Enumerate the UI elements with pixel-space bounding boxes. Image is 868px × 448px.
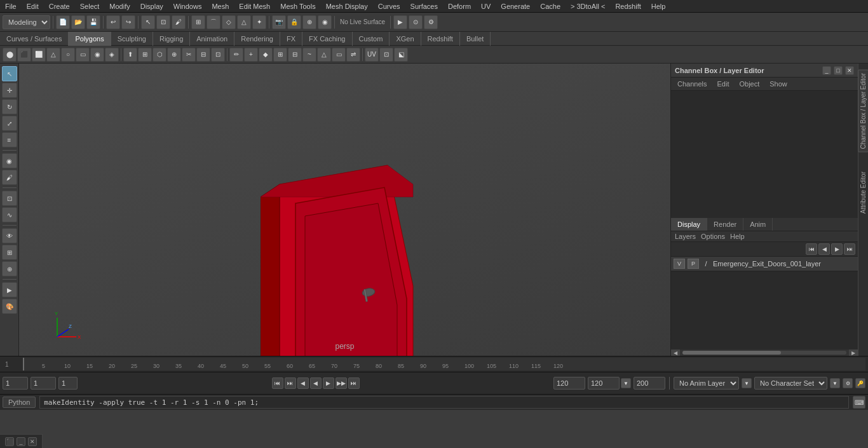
frame-display-field[interactable] xyxy=(58,377,78,390)
insert-edge-button[interactable]: ⊟ xyxy=(196,48,210,62)
combine-button[interactable]: ⊞ xyxy=(273,48,287,62)
scale-tool[interactable]: ⤢ xyxy=(2,116,17,131)
menu-uv[interactable]: UV xyxy=(476,1,496,11)
dt-tab-display[interactable]: Display xyxy=(671,218,707,231)
marquee-select-tool[interactable]: ⊡ xyxy=(2,191,17,206)
play-back-button[interactable]: ◀ xyxy=(297,377,309,389)
scroll-right-button[interactable]: ▶ xyxy=(849,350,858,356)
torus-button[interactable]: ○ xyxy=(61,48,75,62)
triangulate-button[interactable]: △ xyxy=(317,48,331,62)
cb-tab-object[interactable]: Object xyxy=(735,79,763,89)
tab-redshift[interactable]: Redshift xyxy=(421,32,460,46)
command-line[interactable]: makeIdentity -apply true -t 1 -r 1 -s 1 … xyxy=(39,396,849,409)
layer-color-swatch[interactable]: / xyxy=(702,259,710,268)
bevel-button[interactable]: ⬡ xyxy=(153,48,166,62)
lasso-tool[interactable]: ∿ xyxy=(2,207,17,222)
merge-button[interactable]: ⊕ xyxy=(167,48,181,62)
sphere-button[interactable]: ⬤ xyxy=(3,48,17,62)
select-tool[interactable]: ↖ xyxy=(2,66,17,81)
render-button[interactable]: ▶ xyxy=(393,15,407,29)
step-back-button[interactable]: ⏭ xyxy=(285,377,296,389)
playback-speed-field[interactable] xyxy=(634,377,665,390)
render-preview-tool[interactable]: ▶ xyxy=(2,282,17,297)
range-expand-button[interactable]: ▼ xyxy=(621,378,631,388)
lock-button[interactable]: 🔒 xyxy=(287,15,301,29)
python-mode-button[interactable]: Python xyxy=(3,397,36,408)
scroll-left-button[interactable]: ◀ xyxy=(671,350,680,356)
play-forward-button[interactable]: ▶▶ xyxy=(336,377,347,389)
menu-deform[interactable]: Deform xyxy=(443,1,476,11)
layers-menu-help[interactable]: Help xyxy=(730,233,745,240)
new-scene-button[interactable]: 📄 xyxy=(56,15,70,29)
menu-edit-mesh[interactable]: Edit Mesh xyxy=(234,1,275,11)
script-close-button[interactable]: ✕ xyxy=(28,437,37,446)
anim-layer-select[interactable]: No Anim Layer xyxy=(674,377,739,390)
sculpt-tool[interactable]: 🖌 xyxy=(2,170,17,185)
tab-animation[interactable]: Animation xyxy=(190,32,234,46)
go-start-button[interactable]: ⏮ xyxy=(272,377,283,389)
cone-button[interactable]: △ xyxy=(46,48,60,62)
tab-rendering[interactable]: Rendering xyxy=(234,32,280,46)
menu-cache[interactable]: Cache xyxy=(535,1,566,11)
tab-fx-caching[interactable]: FX Caching xyxy=(302,32,352,46)
menu-surfaces[interactable]: Surfaces xyxy=(405,1,443,11)
redo-button[interactable]: ↪ xyxy=(121,15,135,29)
last-tool[interactable]: ≡ xyxy=(2,132,17,147)
prev-frame-button[interactable]: ◀ xyxy=(310,377,322,389)
range-end-field[interactable] xyxy=(553,377,585,390)
menu-modify[interactable]: Modify xyxy=(104,1,135,11)
layer-nav-next-next[interactable]: ⏭ xyxy=(844,243,855,255)
soft-select-button[interactable]: ◉ xyxy=(318,15,332,29)
snap-tool[interactable]: ⊞ xyxy=(2,245,17,260)
ipr-button[interactable]: ⊙ xyxy=(409,15,423,29)
channel-box-side-tab[interactable]: Channel Box / Layer Editor xyxy=(858,70,868,153)
tab-bullet[interactable]: Bullet xyxy=(460,32,491,46)
render-settings-button[interactable]: ⚙ xyxy=(424,15,438,29)
tab-curves-surfaces[interactable]: Curves / Surfaces xyxy=(0,32,69,46)
menu-windows[interactable]: Windows xyxy=(168,1,207,11)
scroll-thumb[interactable] xyxy=(682,351,781,355)
script-minimize-button[interactable]: _ xyxy=(17,437,25,446)
extrude-button[interactable]: ⬆ xyxy=(123,48,137,62)
script-editor-button[interactable]: ⌨ xyxy=(853,396,865,409)
cube-button[interactable]: ⬛ xyxy=(17,48,31,62)
panel-maximize-button[interactable]: □ xyxy=(834,66,843,75)
paint-skin-tool[interactable]: 🎨 xyxy=(2,299,17,314)
layer-nav-prev[interactable]: ◀ xyxy=(818,243,830,255)
uv-unfold-button[interactable]: ⊡ xyxy=(379,48,393,62)
cylinder-button[interactable]: ⬜ xyxy=(32,48,46,62)
cb-tab-channels[interactable]: Channels xyxy=(674,79,710,89)
layers-menu-layers[interactable]: Layers xyxy=(675,233,696,240)
tab-fx[interactable]: FX xyxy=(280,32,302,46)
menu-file[interactable]: File xyxy=(0,1,22,11)
smooth-button[interactable]: ~ xyxy=(302,48,316,62)
menu-display[interactable]: Display xyxy=(135,1,168,11)
dt-tab-render[interactable]: Render xyxy=(707,218,743,231)
layers-menu-options[interactable]: Options xyxy=(701,233,725,240)
plane-button[interactable]: ▭ xyxy=(76,48,90,62)
append-button[interactable]: + xyxy=(244,48,258,62)
layer-nav-next[interactable]: ▶ xyxy=(831,243,843,255)
snap-grid-button[interactable]: ⊞ xyxy=(191,15,205,29)
autokey-button[interactable]: 🔑 xyxy=(855,378,865,388)
show-hide-tool[interactable]: 👁 xyxy=(2,228,17,243)
save-scene-button[interactable]: 💾 xyxy=(86,15,100,29)
menu-mesh[interactable]: Mesh xyxy=(207,1,234,11)
open-scene-button[interactable]: 📂 xyxy=(71,15,85,29)
prism-button[interactable]: ◈ xyxy=(105,48,119,62)
tab-polygons[interactable]: Polygons xyxy=(69,32,111,46)
snap-live-button[interactable]: ✦ xyxy=(252,15,266,29)
dt-tab-anim[interactable]: Anim xyxy=(743,218,773,231)
viewport-background[interactable]: X Y Z persp xyxy=(19,64,670,356)
go-end-button[interactable]: ⏭ xyxy=(348,377,360,389)
panel-close-button[interactable]: ✕ xyxy=(845,66,854,75)
attribute-editor-side-tab[interactable]: Attribute Editor xyxy=(858,169,868,216)
transform-button[interactable]: ⊕ xyxy=(302,15,316,29)
disk-button[interactable]: ◉ xyxy=(90,48,104,62)
character-set-dropdown[interactable]: ▼ xyxy=(830,378,840,388)
undo-button[interactable]: ↩ xyxy=(106,15,120,29)
snap-curve-button[interactable]: ⌒ xyxy=(207,15,220,29)
select-tool-button[interactable]: ↖ xyxy=(141,15,155,29)
grid-tool[interactable]: ⊕ xyxy=(2,261,17,276)
menu-mesh-display[interactable]: Mesh Display xyxy=(321,1,373,11)
